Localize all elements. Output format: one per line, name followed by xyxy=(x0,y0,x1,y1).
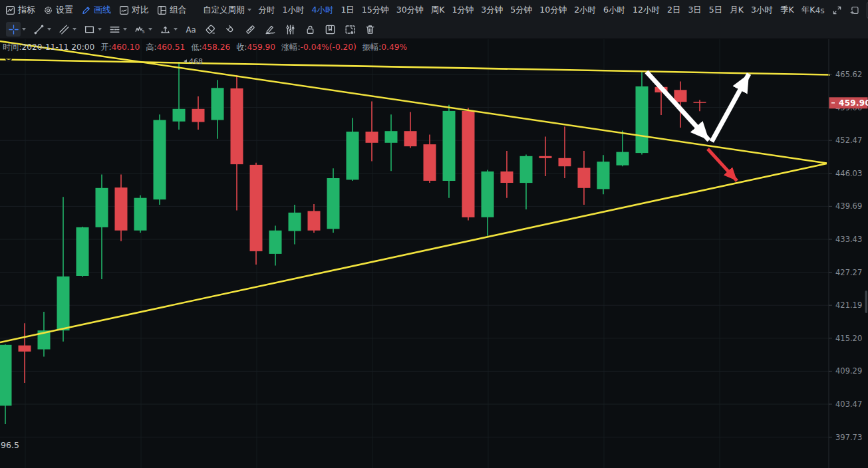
chevron-down-icon xyxy=(247,9,251,11)
chevron-down-icon xyxy=(98,28,102,31)
svg-text:5: 5 xyxy=(142,29,144,35)
period-12h[interactable]: 12小时 xyxy=(633,5,660,16)
magnet-icon xyxy=(223,22,237,37)
menu-item-draw-line[interactable]: 画线 xyxy=(81,4,111,16)
candle-body xyxy=(501,172,513,183)
fullscreen-icon[interactable] xyxy=(832,5,842,15)
period-3h[interactable]: 3小时 xyxy=(751,5,773,16)
axis-price-label: 421.19 xyxy=(835,300,862,310)
menu-item-settings[interactable]: 设置 xyxy=(43,4,73,16)
period-1w[interactable]: 周K xyxy=(431,5,445,16)
resistance-line[interactable] xyxy=(0,60,830,75)
free-draw-icon xyxy=(263,22,277,37)
tool-multi-line[interactable] xyxy=(280,21,300,38)
ohlc-info: 时间:2020-11-11 20:00开:460.10高:460.51低:458… xyxy=(3,42,413,53)
tool-magnet[interactable] xyxy=(220,21,240,38)
red-down-arrow[interactable] xyxy=(708,149,737,181)
period-1h[interactable]: 1小时 xyxy=(283,5,305,16)
period-minute[interactable]: 分时 xyxy=(259,5,275,16)
period-6h[interactable]: 6小时 xyxy=(603,5,625,16)
chart-area: 46896.5465.62459.00452.47446.03439.69433… xyxy=(0,39,868,468)
candle-body xyxy=(462,111,475,217)
candle-body xyxy=(539,156,552,158)
tool-free-draw[interactable] xyxy=(260,21,280,38)
period-1d[interactable]: 1日 xyxy=(341,5,354,16)
trend-line-icon xyxy=(31,22,46,37)
candle-body xyxy=(134,198,147,231)
chevron-down-icon xyxy=(174,28,178,31)
ohlc-field: 收:459.90 xyxy=(236,43,275,52)
period-5d[interactable]: 5日 xyxy=(709,5,722,16)
candle-body xyxy=(57,277,70,330)
period-1mo[interactable]: 月K xyxy=(730,5,744,16)
tool-ruler[interactable] xyxy=(240,21,260,38)
period-2d[interactable]: 2日 xyxy=(667,5,680,16)
chevron-down-icon xyxy=(22,28,26,31)
menu-item-indicator[interactable]: 指标 xyxy=(5,4,35,16)
candle-body xyxy=(617,152,629,166)
tool-bookmark[interactable] xyxy=(320,21,340,38)
tool-eraser[interactable] xyxy=(200,21,220,38)
last-price-badge: 459.90 xyxy=(829,97,868,108)
tool-rectangle[interactable] xyxy=(79,21,104,38)
draw-line-icon xyxy=(81,5,91,15)
ohlc-field: 时间:2020-11-11 20:00 xyxy=(3,43,94,52)
tool-parallel-lines[interactable] xyxy=(54,21,79,38)
eraser-icon xyxy=(203,22,217,37)
elliott-wave-icon: 5 xyxy=(132,22,147,37)
top-toolbar: 指标设置画线对比组合 自定义周期分时1小时4小时1日15分钟30分钟周K1分钟3… xyxy=(0,0,868,21)
trendline-anchor[interactable] xyxy=(5,58,13,62)
axis-price-label: 465.62 xyxy=(835,70,862,79)
compare-icon xyxy=(119,5,129,15)
tool-crosshair[interactable] xyxy=(3,21,29,38)
chevron-down-icon xyxy=(72,28,76,31)
period-3m[interactable]: 3分钟 xyxy=(481,5,503,16)
chevron-down-icon xyxy=(148,28,152,31)
axis-price-label: 446.03 xyxy=(835,169,862,178)
rectangle-icon xyxy=(82,22,96,37)
period-1y[interactable]: 年K xyxy=(801,5,815,16)
tool-trend-line[interactable] xyxy=(29,21,54,38)
main-menu: 指标设置画线对比组合 xyxy=(5,4,187,16)
tool-delete[interactable] xyxy=(360,21,380,38)
axis-price-label: 433.43 xyxy=(835,235,862,244)
candlestick-chart[interactable]: 46896.5465.62459.00452.47446.03439.69433… xyxy=(0,39,868,468)
candle-body xyxy=(404,131,417,146)
tool-snapshot[interactable] xyxy=(340,21,360,38)
candle-body xyxy=(115,187,128,231)
text-icon: Aa xyxy=(183,22,198,37)
candle-body xyxy=(559,158,571,166)
period-15m[interactable]: 15分钟 xyxy=(362,5,389,16)
period-10m[interactable]: 10分钟 xyxy=(539,5,567,16)
tool-measure[interactable] xyxy=(155,21,180,38)
low-left-label: 96.5 xyxy=(1,440,19,450)
period-2h[interactable]: 2小时 xyxy=(574,5,596,16)
tool-text[interactable]: Aa xyxy=(180,21,200,38)
bookmark-icon xyxy=(323,22,337,37)
candle-body xyxy=(578,168,591,188)
period-30m[interactable]: 30分钟 xyxy=(396,5,424,16)
candle-body xyxy=(212,88,224,120)
candle-body xyxy=(173,109,186,122)
axis-scrollbar-thumb[interactable] xyxy=(865,291,868,313)
tool-lock[interactable] xyxy=(300,21,320,38)
period-4h[interactable]: 4小时 xyxy=(311,5,333,16)
tool-horizontal-lines[interactable] xyxy=(104,21,130,38)
indicator-icon xyxy=(5,5,15,15)
period-5m[interactable]: 5分钟 xyxy=(510,5,532,16)
tool-elliott-wave[interactable]: 5 xyxy=(130,21,155,38)
period-1m[interactable]: 1分钟 xyxy=(452,5,474,16)
candle-body xyxy=(0,345,12,406)
crosshair-icon xyxy=(6,22,21,37)
add-pane-icon[interactable] xyxy=(849,5,859,15)
period-1q[interactable]: 季K xyxy=(780,5,794,16)
candle-body xyxy=(694,102,706,103)
trading-chart-window: 指标设置画线对比组合 自定义周期分时1小时4小时1日15分钟30分钟周K1分钟3… xyxy=(0,0,868,468)
period-3d[interactable]: 3日 xyxy=(688,5,701,16)
delete-icon xyxy=(362,22,377,37)
candle-body xyxy=(482,172,494,217)
ohlc-field: 低:458.26 xyxy=(191,43,230,52)
menu-item-compare[interactable]: 对比 xyxy=(119,4,149,16)
menu-item-combine[interactable]: 组合 xyxy=(157,4,187,16)
period-custom[interactable]: 自定义周期 xyxy=(203,5,251,16)
